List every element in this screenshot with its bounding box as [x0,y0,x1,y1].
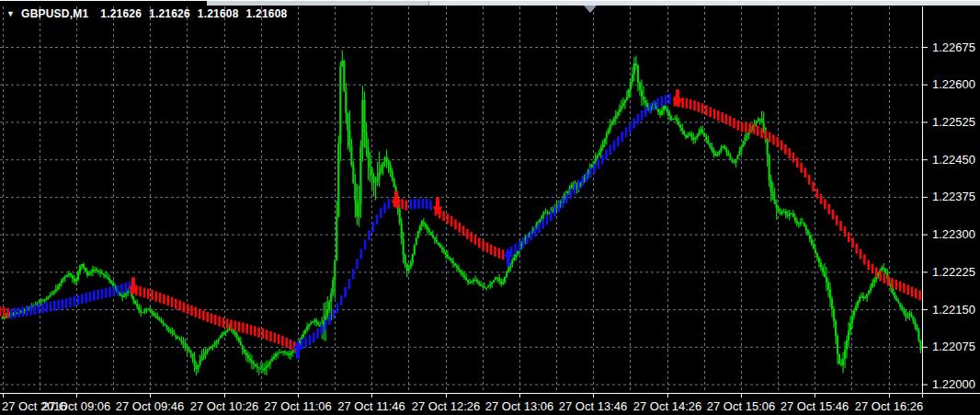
ohlc-low: 1.21608 [198,7,239,20]
time-label: 27 Oct 09:06 [42,399,110,413]
symbol-label: GBPUSD,M1 [21,7,88,20]
price-label: 1.22225 [932,265,975,279]
candles [3,51,921,375]
ohlc-open: 1.21626 [100,7,142,20]
time-label: 27 Oct 11:46 [337,399,405,413]
time-label: 27 Oct 14:26 [633,399,701,413]
price-label: 1.22525 [932,115,975,129]
gridlines [0,6,922,393]
axis-borders [0,6,980,398]
price-label: 1.22675 [932,40,975,54]
ma-segment-up [10,282,131,318]
price-label: 1.22600 [932,77,975,91]
chart-title-overlay: ▼ GBPUSD,M1 1.21626 1.21626 1.21608 1.21… [6,7,294,20]
time-label: 27 Oct 11:06 [264,399,331,413]
mt4-chart-window: 1.226751.226001.225251.224501.223751.223… [0,0,980,415]
price-label: 1.22150 [932,303,975,317]
time-axis[interactable]: 27 Oct 201627 Oct 09:0627 Oct 09:4627 Oc… [2,393,923,413]
ma-segment-down [435,206,505,260]
price-label: 1.22450 [932,153,975,167]
ma-segment-down [0,306,9,318]
scrollbar-thumb[interactable] [428,1,980,6]
time-label: 27 Oct 12:26 [412,399,480,413]
time-label: 27 Oct 15:06 [707,399,775,413]
ma-segment-up [410,199,432,211]
time-label: 27 Oct 15:46 [781,399,849,413]
symbol-dropdown-icon[interactable]: ▼ [6,10,15,18]
price-label: 1.22300 [932,227,975,241]
time-label: 27 Oct 13:06 [485,399,553,413]
time-label: 27 Oct 16:26 [855,399,923,413]
time-label: 27 Oct 10:26 [190,399,258,413]
chart-shift-marker-icon[interactable] [584,6,597,13]
price-chart-canvas[interactable]: 1.226751.226001.225251.224501.223751.223… [0,0,980,415]
time-label: 27 Oct 13:46 [559,399,627,413]
ma-segment-up [297,199,391,352]
signal-arrow-down-icon [433,197,443,214]
ohlc-high: 1.21626 [149,7,190,20]
price-label: 1.22000 [932,377,975,391]
price-axis[interactable]: 1.226751.226001.225251.224501.223751.223… [922,40,975,392]
ohlc-close: 1.21608 [246,7,288,20]
price-label: 1.22375 [932,190,975,203]
time-label: 27 Oct 09:46 [116,399,184,413]
price-label: 1.22075 [932,340,975,353]
